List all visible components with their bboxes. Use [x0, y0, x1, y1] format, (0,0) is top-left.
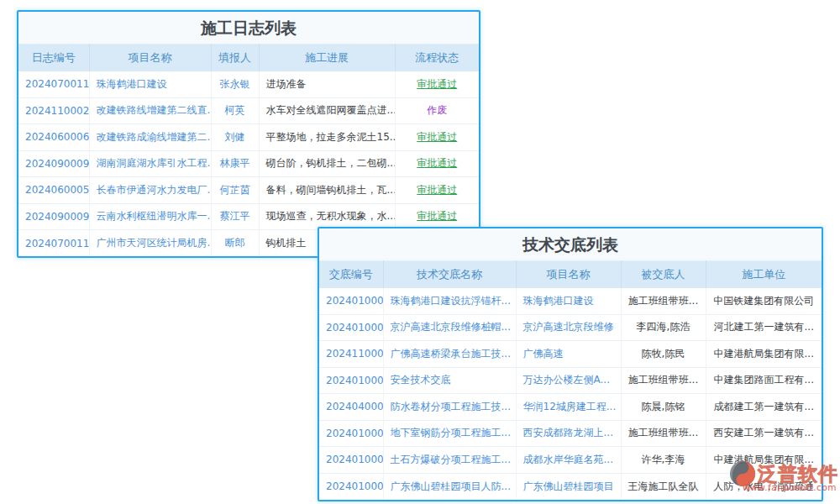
cell-status[interactable]: 审批通过 — [395, 177, 479, 204]
disclosure-table-row: 2024010003安全技术交底万达办公楼左侧A...施工班组带班...中建集团… — [319, 367, 822, 394]
disclosure-header-row: 交底编号技术交底名称项目名称被交底人施工单位 — [319, 261, 822, 288]
cell-name[interactable]: 京沪高速北京段维修桩帽... — [383, 314, 516, 341]
cell-id[interactable]: 2024090009 — [18, 150, 89, 177]
watermark-url-text: www.fanpusoft.com — [743, 482, 840, 492]
column-header: 被交底人 — [621, 261, 706, 288]
disclosure-table-row: 2024010004京沪高速北京段维修桩帽...京沪高速北京段维修李四海,陈浩河… — [319, 314, 822, 341]
cell-project[interactable]: 湖南洞庭湖水库引水工程... — [89, 150, 211, 177]
cell-name[interactable]: 土石方爆破分项工程施工... — [383, 447, 516, 474]
cell-reporter[interactable]: 刘健 — [211, 124, 259, 151]
cell-unit: 中国铁建集团有限公司 — [706, 288, 822, 315]
log-table-row: 2024060005长春市伊通河水力发电厂...何芷茵备料，砌间墙钩机排土，瓦.… — [18, 177, 479, 204]
cell-id[interactable]: 2024010004 — [319, 314, 383, 341]
cell-id[interactable]: 2024010002 — [319, 447, 383, 474]
log-table-row: 2024090009云南水利枢纽潜明水库一...蔡江平现场巡查，无积水现象，水.… — [18, 203, 479, 230]
cell-id[interactable]: 2024060006 — [18, 124, 89, 151]
cell-unit: 中建集团路面工程有... — [706, 367, 822, 394]
cell-persons: 施工班组带班... — [621, 288, 706, 315]
cell-reporter[interactable]: 断郎 — [211, 230, 259, 257]
cell-status[interactable]: 审批通过 — [395, 71, 479, 98]
construction-log-window: 施工日志列表 日志编号项目名称填报人施工进展流程状态 2024070011珠海鹤… — [17, 10, 480, 258]
cell-progress: 水车对全线遮阳网覆盖点进... — [259, 97, 395, 124]
column-header: 施工单位 — [706, 261, 822, 288]
cell-persons: 李四海,陈浩 — [621, 314, 706, 341]
cell-project[interactable]: 华润12城房建工程... — [516, 394, 621, 421]
cell-unit: 中建港航局集团有限... — [706, 341, 822, 368]
cell-project[interactable]: 西安成都路龙湖上... — [516, 420, 621, 447]
cell-status: 作废 — [395, 97, 479, 124]
cell-project[interactable]: 珠海鹤港口建设 — [89, 71, 211, 98]
disclosure-table-row: 2024040001防水卷材分项工程施工技...华润12城房建工程...陈晨,陈… — [319, 394, 822, 421]
cell-reporter[interactable]: 林康平 — [211, 150, 259, 177]
cell-id[interactable]: 2024110001 — [319, 341, 383, 368]
cell-name[interactable]: 安全技术交底 — [383, 367, 516, 394]
column-header: 流程状态 — [395, 45, 479, 71]
cell-id[interactable]: 2024110002 — [18, 97, 89, 124]
cell-progress: 平整场地，拉走多余泥土15... — [259, 124, 395, 151]
cell-project[interactable]: 云南水利枢纽潜明水库一... — [89, 203, 211, 230]
cell-name[interactable]: 防水卷材分项工程施工技... — [383, 394, 516, 421]
cell-progress: 现场巡查，无积水现象，水... — [259, 203, 395, 230]
cell-name[interactable]: 地下室钢筋分项工程施工... — [383, 420, 516, 447]
construction-log-title: 施工日志列表 — [18, 12, 479, 44]
disclosure-table-row: 2024010002地下室钢筋分项工程施工...西安成都路龙湖上...施工班组带… — [319, 420, 822, 447]
cell-id[interactable]: 2024060005 — [18, 177, 89, 204]
cell-id[interactable]: 2024010002 — [319, 420, 383, 447]
cell-reporter[interactable]: 张永银 — [211, 71, 259, 98]
cell-project[interactable]: 京沪高速北京段维修 — [516, 314, 621, 341]
log-table-row: 2024060006改建铁路成渝线增建第二...刘健平整场地，拉走多余泥土15.… — [18, 124, 479, 151]
cell-id[interactable]: 2024090009 — [18, 203, 89, 230]
cell-persons: 陈牧,陈民 — [621, 341, 706, 368]
cell-project[interactable]: 长春市伊通河水力发电厂... — [89, 177, 211, 204]
cell-reporter[interactable]: 柯英 — [211, 97, 259, 124]
technical-disclosure-title: 技术交底列表 — [319, 228, 822, 260]
cell-status[interactable]: 审批通过 — [395, 124, 479, 151]
cell-persons: 许华,李海 — [621, 447, 706, 474]
column-header: 项目名称 — [89, 45, 211, 71]
log-table-row: 2024090009湖南洞庭湖水库引水工程...林康平砌台阶，钩机排土，二包砌.… — [18, 150, 479, 177]
cell-name[interactable]: 珠海鹤港口建设抗浮锚杆... — [383, 288, 516, 315]
cell-name[interactable]: 广东佛山碧桂园项目人防... — [383, 473, 516, 500]
column-header: 日志编号 — [18, 45, 89, 71]
cell-name[interactable]: 广佛高速桥梁承台施工技... — [383, 341, 516, 368]
cell-project[interactable]: 万达办公楼左侧A... — [516, 367, 621, 394]
cell-id[interactable]: 2024010003 — [319, 288, 383, 315]
cell-project[interactable]: 广东佛山碧桂园项目 — [516, 473, 621, 500]
cell-project[interactable]: 成都水岸华庭名苑... — [516, 447, 621, 474]
log-header-row: 日志编号项目名称填报人施工进展流程状态 — [18, 45, 479, 71]
cell-unit: 河北建工第一建筑有... — [706, 314, 822, 341]
cell-unit: 西安建工第一建筑有... — [706, 420, 822, 447]
log-table-row: 2024070011珠海鹤港口建设张永银进场准备审批通过 — [18, 71, 479, 98]
cell-id[interactable]: 2024040001 — [319, 394, 383, 421]
cell-id[interactable]: 2024010001 — [319, 473, 383, 500]
cell-status[interactable]: 审批通过 — [395, 150, 479, 177]
disclosure-table-row: 2024010003珠海鹤港口建设抗浮锚杆...珠海鹤港口建设施工班组带班...… — [319, 288, 822, 315]
vendor-watermark: 泛普软件 www.fanpusoft.com — [729, 460, 840, 492]
column-header: 交底编号 — [319, 261, 383, 288]
cell-project[interactable]: 广州市天河区统计局机房... — [89, 230, 211, 257]
cell-id[interactable]: 2024070011 — [18, 71, 89, 98]
cell-id[interactable]: 2024070011 — [18, 230, 89, 257]
column-header: 项目名称 — [516, 261, 621, 288]
column-header: 技术交底名称 — [383, 261, 516, 288]
cell-persons: 王海施工队全队 — [621, 473, 706, 500]
cell-persons: 陈晨,陈铭 — [621, 394, 706, 421]
cell-unit: 成都建工第一建筑有... — [706, 394, 822, 421]
watermark-brand-text: 泛普软件 — [758, 465, 838, 484]
cell-progress: 备料，砌间墙钩机排土，瓦... — [259, 177, 395, 204]
cell-reporter[interactable]: 何芷茵 — [211, 177, 259, 204]
column-header: 填报人 — [211, 45, 259, 71]
cell-progress: 砌台阶，钩机排土，二包砌... — [259, 150, 395, 177]
construction-log-table: 日志编号项目名称填报人施工进展流程状态 2024070011珠海鹤港口建设张永银… — [18, 44, 479, 256]
cell-project[interactable]: 珠海鹤港口建设 — [516, 288, 621, 315]
cell-project[interactable]: 改建铁路线增建第二线直... — [89, 97, 211, 124]
cell-id[interactable]: 2024010003 — [319, 367, 383, 394]
column-header: 施工进展 — [259, 45, 395, 71]
cell-reporter[interactable]: 蔡江平 — [211, 203, 259, 230]
cell-persons: 施工班组带班... — [621, 420, 706, 447]
cell-status[interactable]: 审批通过 — [395, 203, 479, 230]
cell-project[interactable]: 改建铁路成渝线增建第二... — [89, 124, 211, 151]
cell-project[interactable]: 广佛高速 — [516, 341, 621, 368]
log-table-row: 2024110002改建铁路线增建第二线直...柯英水车对全线遮阳网覆盖点进..… — [18, 97, 479, 124]
cell-progress: 进场准备 — [259, 71, 395, 98]
